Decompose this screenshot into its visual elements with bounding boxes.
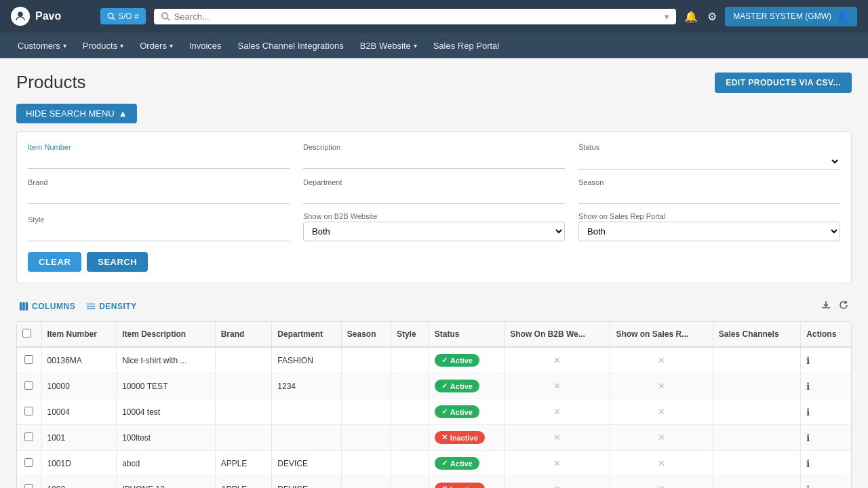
cell-show-sales: ✕ — [610, 451, 713, 476]
info-icon[interactable]: ℹ — [806, 458, 810, 469]
sidebar-item-b2b[interactable]: B2B Website ▾ — [353, 37, 424, 55]
cell-sales-channels — [713, 399, 800, 425]
col-header-sales-channels: Sales Channels — [713, 322, 800, 347]
col-header-actions: Actions — [801, 322, 851, 347]
page-header: Products EDIT PRODUCTS VIA CSV... — [16, 72, 852, 93]
info-icon[interactable]: ℹ — [806, 407, 810, 418]
sidebar-item-products[interactable]: Products ▾ — [76, 37, 130, 55]
department-input[interactable] — [303, 188, 565, 204]
cell-item-number: 1001 — [41, 425, 117, 451]
svg-rect-7 — [26, 302, 28, 310]
cell-status: ✓ Active — [429, 347, 504, 373]
status-field: Status Active Inactive — [578, 143, 840, 170]
cell-style — [391, 451, 429, 476]
select-all-checkbox[interactable] — [22, 329, 31, 338]
clear-button[interactable]: CLEAR — [28, 252, 81, 272]
col-header-item-description: Item Description — [117, 322, 215, 347]
col-header-status: Status — [429, 322, 504, 347]
description-input[interactable] — [303, 152, 565, 169]
show-b2b-select[interactable]: Both Yes No — [303, 222, 565, 241]
row-checkbox[interactable] — [24, 355, 33, 364]
search-icon — [161, 12, 170, 21]
cell-status: ✓ Active — [429, 399, 504, 425]
cell-item-number: 00136MA — [41, 347, 117, 373]
info-icon[interactable]: ℹ — [806, 355, 810, 366]
app-name: Pavo — [35, 10, 61, 22]
cell-department: 1234 — [272, 373, 341, 399]
cell-description: 10000 TEST — [117, 373, 215, 399]
row-checkbox-cell — [17, 476, 41, 489]
row-checkbox[interactable] — [24, 381, 33, 390]
item-number-input[interactable] — [28, 152, 290, 169]
row-checkbox[interactable] — [24, 432, 33, 441]
sidebar-item-sales-rep[interactable]: Sales Rep Portal — [427, 37, 507, 55]
user-button[interactable]: MASTER SYSTEM (GMW) 👤 — [725, 7, 857, 26]
refresh-button[interactable] — [838, 300, 849, 313]
sidebar-item-customers[interactable]: Customers ▾ — [11, 37, 73, 55]
status-badge: ✕ Inactive — [435, 431, 485, 444]
cell-department: DEVICE — [272, 451, 341, 476]
cell-actions: ℹ — [801, 373, 851, 399]
download-button[interactable] — [821, 300, 831, 313]
row-checkbox[interactable] — [24, 458, 33, 467]
global-search-input[interactable] — [174, 12, 661, 22]
sidebar-item-invoices[interactable]: Invoices — [182, 37, 229, 55]
row-checkbox-cell — [17, 347, 41, 373]
cell-show-sales: ✕ — [610, 347, 713, 373]
info-icon[interactable]: ℹ — [806, 484, 810, 489]
gear-icon[interactable]: ⚙ — [707, 10, 717, 23]
row-checkbox-cell — [17, 451, 41, 476]
columns-button[interactable]: COLUMNS — [19, 302, 75, 311]
col-header-style: Style — [391, 322, 429, 347]
info-icon[interactable]: ℹ — [806, 432, 810, 443]
bell-icon[interactable]: 🔔 — [684, 10, 698, 23]
row-checkbox-cell — [17, 373, 41, 399]
cell-actions: ℹ — [801, 425, 851, 451]
so-button[interactable]: S/O # — [100, 8, 146, 24]
search-panel: Item Number Description Status Active In… — [16, 131, 852, 283]
table-row: 1002 IPHONE 12 APPLE DEVICE ✕ Inactive ✕… — [17, 476, 851, 489]
season-input[interactable] — [578, 188, 840, 204]
cell-brand: APPLE — [215, 451, 272, 476]
cell-show-sales: ✕ — [610, 425, 713, 451]
cell-style — [391, 425, 429, 451]
svg-rect-5 — [20, 302, 22, 310]
info-icon[interactable]: ℹ — [806, 381, 810, 392]
svg-line-4 — [167, 18, 170, 21]
status-badge: ✓ Active — [435, 380, 479, 392]
table-row: 1001 100ltest ✕ Inactive ✕ ✕ ℹ — [17, 425, 851, 451]
select-all-header — [17, 322, 41, 347]
table-row: 00136MA Nice t-shirt with ... FASHION ✓ … — [17, 347, 851, 373]
edit-csv-button[interactable]: EDIT PRODUCTS VIA CSV... — [715, 73, 852, 93]
logo-icon — [11, 7, 30, 26]
cell-actions: ℹ — [801, 476, 851, 489]
table-toolbar: COLUMNS DENSITY — [16, 294, 852, 319]
sidebar-item-sales-channel[interactable]: Sales Channel Integrations — [231, 37, 351, 55]
hide-search-menu-button[interactable]: HIDE SEARCH MENU ▲ — [16, 104, 137, 123]
style-input[interactable] — [28, 225, 290, 241]
columns-icon — [19, 302, 28, 311]
cell-show-b2b: ✕ — [505, 399, 610, 425]
show-sales-rep-select[interactable]: Both Yes No — [578, 222, 840, 241]
cell-actions: ℹ — [801, 399, 851, 425]
density-button[interactable]: DENSITY — [86, 302, 137, 311]
svg-point-0 — [18, 12, 23, 17]
cell-sales-channels — [713, 373, 800, 399]
col-header-department: Department — [272, 322, 341, 347]
table-row: 10000 10000 TEST 1234 ✓ Active ✕ ✕ ℹ — [17, 373, 851, 399]
season-field: Season — [578, 178, 840, 204]
cell-season — [341, 451, 391, 476]
cell-department: FASHION — [272, 347, 341, 373]
row-checkbox[interactable] — [24, 407, 33, 415]
status-select[interactable]: Active Inactive — [578, 152, 840, 170]
cell-season — [341, 373, 391, 399]
brand-input[interactable] — [28, 188, 290, 204]
chevron-down-icon: ▾ — [63, 42, 66, 49]
cell-actions: ℹ — [801, 347, 851, 373]
search-actions: CLEAR SEARCH — [28, 252, 840, 272]
search-button[interactable]: SEARCH — [87, 252, 148, 272]
global-search[interactable]: ▾ — [154, 9, 677, 24]
cell-department — [272, 399, 341, 425]
row-checkbox[interactable] — [24, 484, 33, 489]
sidebar-item-orders[interactable]: Orders ▾ — [133, 37, 180, 55]
